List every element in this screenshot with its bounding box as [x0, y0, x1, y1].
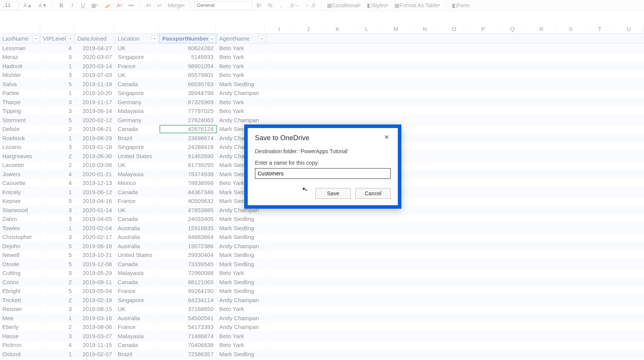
cell-viplevel[interactable]: 5 — [41, 287, 75, 296]
column-letter[interactable]: N — [411, 26, 440, 32]
cell-passport[interactable]: 24033405 — [159, 215, 217, 224]
cell-passport[interactable]: 73339545 — [159, 260, 217, 268]
cell-viplevel[interactable]: 2 — [41, 296, 75, 304]
cell-agent[interactable]: Mark Siedling — [217, 350, 267, 358]
cell-location[interactable]: UK — [115, 206, 159, 214]
cell-lastname[interactable]: Jowers — [0, 170, 41, 178]
cell-passport[interactable]: 88121065 — [159, 278, 217, 286]
cell-lastname[interactable]: Pickron — [0, 341, 41, 350]
cell-datejoined[interactable]: 2019-08-15 — [75, 305, 115, 314]
form-button[interactable]: ◧ Form — [450, 1, 472, 10]
cell-viplevel[interactable]: 3 — [41, 269, 75, 278]
column-letter[interactable]: S — [556, 26, 585, 32]
column-letter[interactable]: U — [614, 26, 644, 32]
cell-lastname[interactable]: Otoole — [0, 260, 41, 268]
cell-agent[interactable]: Mark Siedling — [217, 80, 267, 88]
cell-lastname[interactable]: Partee — [0, 89, 41, 98]
number-format-select[interactable] — [195, 1, 252, 10]
column-letter[interactable]: R — [527, 26, 556, 32]
cell-lastname[interactable]: Newell — [0, 251, 41, 260]
cell-passport[interactable]: 42876124 — [159, 125, 217, 134]
more-formatting-icon[interactable]: ••• — [127, 1, 136, 10]
cell-passport[interactable]: 23698674 — [159, 134, 217, 142]
underline-icon[interactable]: U — [79, 1, 87, 10]
cell-agent[interactable]: Mark Siedling — [217, 224, 267, 232]
cell-datejoined[interactable]: 2019-09-11 — [75, 278, 115, 286]
cell-location[interactable]: France — [115, 197, 159, 206]
cell-passport[interactable]: 72586357 — [159, 350, 217, 358]
cell-datejoined[interactable]: 2019-06-30 — [75, 152, 115, 160]
cancel-button[interactable]: Cancel — [355, 188, 391, 199]
cell-passport[interactable]: 77797025 — [159, 107, 217, 116]
cell-datejoined[interactable]: 2019-06-18 — [75, 242, 115, 250]
cell-location[interactable]: Australia — [115, 233, 159, 242]
cell-lastname[interactable]: Meraz — [0, 53, 41, 62]
filter-icon[interactable]: ▾ — [151, 35, 158, 42]
cell-agent[interactable]: Beto Yark — [217, 53, 267, 62]
cell-passport[interactable]: 19072386 — [159, 242, 217, 250]
increase-decimal-icon[interactable]: .0→ — [288, 1, 301, 10]
cell-agent[interactable]: Beto Yark — [217, 62, 267, 70]
font-color-icon[interactable]: A — [115, 1, 124, 10]
cell-lastname[interactable]: Lasseter — [0, 161, 41, 170]
cell-location[interactable]: France — [115, 62, 159, 70]
cell-viplevel[interactable]: 1 — [41, 224, 75, 232]
close-icon[interactable]: ✕ — [382, 134, 391, 142]
cell-datejoined[interactable]: 2019-04-16 — [75, 197, 115, 206]
cell-datejoined[interactable]: 2019-06-21 — [75, 125, 115, 134]
cell-passport[interactable]: 27624063 — [159, 116, 217, 124]
column-letter[interactable]: K — [323, 26, 352, 32]
cell-passport[interactable]: 5149933 — [159, 53, 217, 62]
cell-agent[interactable]: Andy Champan — [217, 323, 267, 332]
header-passport[interactable]: PassportNumber▾ — [159, 34, 217, 43]
cell-datejoined[interactable]: 2020-03-07 — [75, 53, 115, 62]
cell-agent[interactable]: Beto Yark — [217, 332, 267, 340]
cell-passport[interactable]: 99264190 — [159, 287, 217, 296]
cell-lastname[interactable]: Caouette — [0, 179, 41, 188]
cell-passport[interactable]: 78838998 — [159, 179, 217, 188]
cell-lastname[interactable]: Towles — [0, 224, 41, 232]
cell-datejoined[interactable]: 2019-11-19 — [75, 80, 115, 88]
cell-passport[interactable]: 81739295 — [159, 161, 217, 170]
filter-icon[interactable]: ▾ — [33, 35, 39, 42]
cell-agent[interactable]: Mark Siedling — [217, 215, 267, 224]
cell-location[interactable]: Singapore — [115, 53, 159, 62]
cell-location[interactable]: Mexico — [115, 179, 159, 188]
cell-viplevel[interactable]: 3 — [41, 332, 75, 340]
cell-passport[interactable]: 29930404 — [159, 251, 217, 260]
cell-location[interactable]: Australia — [115, 224, 159, 232]
cell-location[interactable]: United States — [115, 251, 159, 260]
cell-passport[interactable]: 15916835 — [159, 224, 217, 232]
cell-datejoined[interactable]: 2019-12-08 — [75, 260, 115, 268]
cell-location[interactable]: Germany — [115, 98, 159, 106]
cell-passport[interactable]: 87325969 — [159, 98, 217, 106]
styles-button[interactable]: ◧ Styles — [365, 1, 390, 10]
cell-lastname[interactable]: Trickett — [0, 296, 41, 304]
cell-location[interactable]: Brazil — [115, 134, 159, 142]
cell-passport[interactable]: 70406838 — [159, 341, 217, 350]
cell-datejoined[interactable]: 2020-03-14 — [75, 62, 115, 70]
cell-viplevel[interactable]: 3 — [41, 107, 75, 116]
cell-viplevel[interactable]: 1 — [41, 350, 75, 358]
cell-lastname[interactable]: Hargreaves — [0, 152, 41, 160]
cell-viplevel[interactable]: 5 — [41, 197, 75, 206]
column-letter[interactable]: M — [381, 26, 411, 32]
cell-location[interactable]: Malayasia — [115, 170, 159, 178]
cell-lastname[interactable]: Salva — [0, 80, 41, 88]
cell-location[interactable]: Canada — [115, 341, 159, 350]
decrease-decimal-icon[interactable]: ←.0 — [303, 1, 317, 10]
cell-agent[interactable]: Beto Yark — [217, 71, 267, 80]
cell-passport[interactable]: 37168650 — [159, 305, 217, 314]
cell-viplevel[interactable]: 1 — [41, 188, 75, 196]
cell-datejoined[interactable]: 2020-01-14 — [75, 206, 115, 214]
cell-viplevel[interactable]: 5 — [41, 251, 75, 260]
cell-agent[interactable]: Beto Yark — [217, 44, 267, 52]
cell-lastname[interactable]: Zahm — [0, 215, 41, 224]
cell-viplevel[interactable]: 4 — [41, 44, 75, 52]
cell-location[interactable]: Singapore — [115, 89, 159, 98]
cell-lastname[interactable]: Kepner — [0, 197, 41, 206]
filter-icon[interactable]: ▾ — [67, 35, 74, 42]
cell-location[interactable]: Canada — [115, 215, 159, 224]
cell-lastname[interactable]: Storment — [0, 116, 41, 124]
cell-agent[interactable]: Andy Champan — [217, 296, 267, 304]
